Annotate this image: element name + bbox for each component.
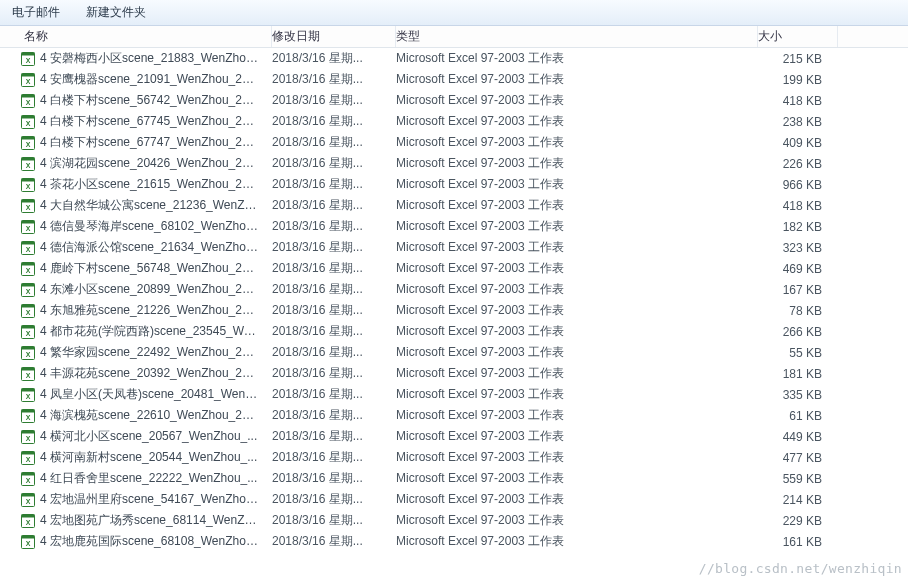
excel-file-icon: X <box>20 72 36 88</box>
file-size-label: 182 KB <box>758 220 838 234</box>
file-row[interactable]: X4 海滨槐苑scene_22610_WenZhou_20...2018/3/1… <box>0 405 908 426</box>
file-name-label: 4 茶花小区scene_21615_WenZhou_20... <box>40 176 258 193</box>
file-size-label: 61 KB <box>758 409 838 423</box>
file-row[interactable]: X4 白楼下村scene_56742_WenZhou_20...2018/3/1… <box>0 90 908 111</box>
file-date-label: 2018/3/16 星期... <box>272 176 396 193</box>
file-name-label: 4 大自然华城公寓scene_21236_WenZh... <box>40 197 258 214</box>
file-row[interactable]: X4 茶花小区scene_21615_WenZhou_20...2018/3/1… <box>0 174 908 195</box>
svg-rect-49 <box>22 388 35 391</box>
file-row[interactable]: X4 丰源花苑scene_20392_WenZhou_20...2018/3/1… <box>0 363 908 384</box>
file-row[interactable]: X4 都市花苑(学院西路)scene_23545_We...2018/3/16 … <box>0 321 908 342</box>
svg-text:X: X <box>26 288 31 295</box>
file-name-label: 4 宏地温州里府scene_54167_WenZhou... <box>40 491 258 508</box>
svg-rect-13 <box>22 136 35 139</box>
excel-file-icon: X <box>20 450 36 466</box>
svg-text:X: X <box>26 225 31 232</box>
svg-text:X: X <box>26 330 31 337</box>
file-size-label: 559 KB <box>758 472 838 486</box>
file-name-label: 4 德信海派公馆scene_21634_WenZhou... <box>40 239 258 256</box>
file-type-label: Microsoft Excel 97-2003 工作表 <box>396 470 758 487</box>
file-size-label: 966 KB <box>758 178 838 192</box>
excel-file-icon: X <box>20 345 36 361</box>
file-row[interactable]: X4 东滩小区scene_20899_WenZhou_20...2018/3/1… <box>0 279 908 300</box>
svg-rect-58 <box>22 451 35 454</box>
file-type-label: Microsoft Excel 97-2003 工作表 <box>396 302 758 319</box>
file-type-label: Microsoft Excel 97-2003 工作表 <box>396 512 758 529</box>
file-size-label: 335 KB <box>758 388 838 402</box>
file-date-label: 2018/3/16 星期... <box>272 428 396 445</box>
file-date-label: 2018/3/16 星期... <box>272 218 396 235</box>
file-date-label: 2018/3/16 星期... <box>272 470 396 487</box>
file-row[interactable]: X4 安磬梅西小区scene_21883_WenZhou...2018/3/16… <box>0 48 908 69</box>
file-name-cell: X4 德信海派公馆scene_21634_WenZhou... <box>20 239 272 256</box>
excel-file-icon: X <box>20 219 36 235</box>
file-name-cell: X4 凤皇小区(天凤巷)scene_20481_WenZ... <box>20 386 272 403</box>
file-type-label: Microsoft Excel 97-2003 工作表 <box>396 365 758 382</box>
svg-rect-46 <box>22 367 35 370</box>
file-size-label: 266 KB <box>758 325 838 339</box>
column-header-type[interactable]: 类型 <box>396 26 758 47</box>
file-row[interactable]: X4 德信海派公馆scene_21634_WenZhou...2018/3/16… <box>0 237 908 258</box>
toolbar: 电子邮件 新建文件夹 <box>0 0 908 26</box>
file-row[interactable]: X4 东旭雅苑scene_21226_WenZhou_20...2018/3/1… <box>0 300 908 321</box>
file-row[interactable]: X4 德信曼琴海岸scene_68102_WenZhou...2018/3/16… <box>0 216 908 237</box>
file-row[interactable]: X4 宏地温州里府scene_54167_WenZhou...2018/3/16… <box>0 489 908 510</box>
file-size-label: 418 KB <box>758 94 838 108</box>
file-type-label: Microsoft Excel 97-2003 工作表 <box>396 407 758 424</box>
file-row[interactable]: X4 白楼下村scene_67745_WenZhou_20...2018/3/1… <box>0 111 908 132</box>
svg-rect-31 <box>22 262 35 265</box>
file-date-label: 2018/3/16 星期... <box>272 344 396 361</box>
file-row[interactable]: X4 繁华家园scene_22492_WenZhou_20...2018/3/1… <box>0 342 908 363</box>
column-header-size[interactable]: 大小 <box>758 26 838 47</box>
file-row[interactable]: X4 凤皇小区(天凤巷)scene_20481_WenZ...2018/3/16… <box>0 384 908 405</box>
file-size-label: 477 KB <box>758 451 838 465</box>
column-header-date[interactable]: 修改日期 <box>272 26 396 47</box>
file-row[interactable]: X4 大自然华城公寓scene_21236_WenZh...2018/3/16 … <box>0 195 908 216</box>
excel-file-icon: X <box>20 261 36 277</box>
file-row[interactable]: X4 滨湖花园scene_20426_WenZhou_20...2018/3/1… <box>0 153 908 174</box>
file-row[interactable]: X4 红日香舍里scene_22222_WenZhou_...2018/3/16… <box>0 468 908 489</box>
file-row[interactable]: X4 鹿岭下村scene_56748_WenZhou_20...2018/3/1… <box>0 258 908 279</box>
file-type-label: Microsoft Excel 97-2003 工作表 <box>396 176 758 193</box>
excel-file-icon: X <box>20 324 36 340</box>
file-row[interactable]: X4 横河北小区scene_20567_WenZhou_...2018/3/16… <box>0 426 908 447</box>
file-date-label: 2018/3/16 星期... <box>272 302 396 319</box>
file-date-label: 2018/3/16 星期... <box>272 50 396 67</box>
svg-rect-70 <box>22 535 35 538</box>
excel-file-icon: X <box>20 471 36 487</box>
file-row[interactable]: X4 安鹰槐器scene_21091_WenZhou_20...2018/3/1… <box>0 69 908 90</box>
file-row[interactable]: X4 白楼下村scene_67747_WenZhou_20...2018/3/1… <box>0 132 908 153</box>
file-size-label: 55 KB <box>758 346 838 360</box>
file-name-label: 4 丰源花苑scene_20392_WenZhou_20... <box>40 365 258 382</box>
file-row[interactable]: X4 宏地鹿苑国际scene_68108_WenZhou...2018/3/16… <box>0 531 908 552</box>
svg-rect-64 <box>22 493 35 496</box>
column-header-name[interactable]: 名称 <box>20 26 272 47</box>
file-name-label: 4 德信曼琴海岸scene_68102_WenZhou... <box>40 218 258 235</box>
file-row[interactable]: X4 宏地图苑广场秀scene_68114_WenZh...2018/3/16 … <box>0 510 908 531</box>
svg-text:X: X <box>26 477 31 484</box>
svg-text:X: X <box>26 540 31 547</box>
file-name-cell: X4 红日香舍里scene_22222_WenZhou_... <box>20 470 272 487</box>
file-size-label: 418 KB <box>758 199 838 213</box>
file-type-label: Microsoft Excel 97-2003 工作表 <box>396 92 758 109</box>
file-size-label: 226 KB <box>758 157 838 171</box>
email-button[interactable]: 电子邮件 <box>8 2 64 23</box>
file-date-label: 2018/3/16 星期... <box>272 92 396 109</box>
svg-text:X: X <box>26 99 31 106</box>
excel-file-icon: X <box>20 492 36 508</box>
file-name-cell: X4 海滨槐苑scene_22610_WenZhou_20... <box>20 407 272 424</box>
svg-rect-19 <box>22 178 35 181</box>
file-row[interactable]: X4 横河南新村scene_20544_WenZhou_...2018/3/16… <box>0 447 908 468</box>
svg-text:X: X <box>26 414 31 421</box>
watermark-text: //blog.csdn.net/wenzhiqin <box>699 561 902 576</box>
svg-text:X: X <box>26 246 31 253</box>
file-type-label: Microsoft Excel 97-2003 工作表 <box>396 344 758 361</box>
file-date-label: 2018/3/16 星期... <box>272 155 396 172</box>
svg-rect-52 <box>22 409 35 412</box>
file-type-label: Microsoft Excel 97-2003 工作表 <box>396 386 758 403</box>
svg-rect-34 <box>22 283 35 286</box>
new-folder-button[interactable]: 新建文件夹 <box>82 2 150 23</box>
svg-text:X: X <box>26 57 31 64</box>
excel-file-icon: X <box>20 93 36 109</box>
file-name-cell: X4 德信曼琴海岸scene_68102_WenZhou... <box>20 218 272 235</box>
